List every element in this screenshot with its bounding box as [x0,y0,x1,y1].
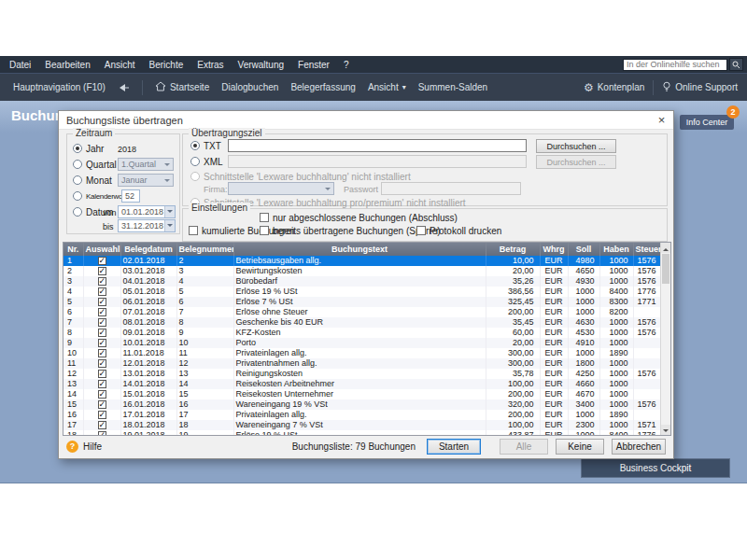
radio-xml[interactable] [190,157,200,166]
row-checkbox[interactable] [98,287,106,296]
menu-item[interactable]: Extras [197,60,223,70]
pin-icon[interactable] [118,83,130,92]
row-checkbox[interactable] [98,339,106,347]
main-content-area: Buchungs Info Center 2 Business Cockpit … [0,101,747,483]
toolbar-item-dialogbuchen[interactable]: Dialogbuchen [221,82,278,92]
starten-button[interactable]: Starten [427,439,481,455]
checkbox-kumulierte[interactable] [189,226,198,235]
checkbox-bereits-uebertragene[interactable] [260,226,269,235]
scrollbar[interactable] [660,243,670,435]
table-row[interactable]: 5 06.01.2018 6 Erlöse 7 % USt 325,45 EUR… [63,297,661,307]
toolbar-item-startseite[interactable]: Startseite [155,81,209,93]
row-checkbox[interactable] [98,380,106,388]
column-header[interactable]: Nr. [63,243,83,256]
cell-betrag: 35,45 [486,317,540,328]
column-header[interactable]: Betrag [486,243,540,256]
checkbox-nur-abgeschlossene[interactable] [260,213,269,222]
table-row[interactable]: 13 14.01.2018 14 Reisekosten Arbeitnehme… [63,379,661,389]
toolbar-item-summen-salden[interactable]: Summen-Salden [418,82,487,92]
toolbar-item-belegerfassung[interactable]: Belegerfassung [290,82,356,92]
radio-kalenderwoche[interactable] [73,191,82,201]
table-row[interactable]: 4 05.01.2018 5 Erlöse 19 % USt 386,56 EU… [63,287,661,297]
datum-von-input[interactable]: 01.01.2018 [118,205,176,218]
radio-quartal[interactable] [73,160,82,169]
table-row[interactable]: 16 17.01.2018 17 Privateinlagen allg. 20… [63,410,661,420]
row-checkbox[interactable] [98,370,106,378]
table-row[interactable]: 3 04.01.2018 4 Bürobedarf 35,26 EUR 4930… [63,276,661,287]
menu-item[interactable]: Verwaltung [238,60,284,70]
close-button[interactable]: × [655,113,669,127]
menu-item[interactable]: Berichte [149,60,184,70]
keine-button[interactable]: Keine [556,439,604,455]
table-row[interactable]: 14 15.01.2018 15 Reisekosten Unternehmer… [63,389,661,399]
radio-datum[interactable] [73,207,82,217]
row-checkbox[interactable] [98,390,106,399]
calendar-drop-icon[interactable] [164,206,175,217]
table-row[interactable]: 15 16.01.2018 16 Wareneingang 19 % VSt 3… [63,399,661,410]
radio-monat[interactable] [73,175,82,185]
table-row[interactable]: 7 08.01.2018 8 Geschenke bis 40 EUR 35,4… [63,317,661,328]
scroll-up-icon[interactable] [661,243,670,253]
table-row[interactable]: 10 11.01.2018 11 Privateinlagen allg. 30… [63,348,661,358]
menu-item[interactable]: Datei [9,60,31,70]
menu-item[interactable]: ? [344,60,349,70]
column-header[interactable]: Buchungstext [233,243,486,256]
kalenderwoche-input[interactable]: 52 [121,189,140,203]
table-row[interactable]: 11 12.01.2018 12 Privatentnahmen allg. 3… [63,358,661,369]
menu-item[interactable]: Bearbeiten [45,60,90,70]
online-support-button[interactable]: Online Support [662,81,738,94]
row-checkbox[interactable] [98,421,106,429]
row-checkbox[interactable] [98,329,106,337]
quartal-select[interactable]: 1.Quartal [118,158,174,171]
column-header[interactable]: Belegnummer [176,243,233,256]
column-header[interactable]: Whrg [540,243,568,256]
radio-jahr[interactable] [73,144,82,153]
row-checkbox[interactable] [98,298,106,306]
cell-auswahl [83,276,120,287]
cell-steuer [633,307,661,317]
column-header[interactable]: Steuer [633,243,661,256]
column-header[interactable]: Haben [599,243,633,256]
kontenplan-button[interactable]: ⚙ Kontenplan [584,82,644,93]
datum-bis-input[interactable]: 31.12.2018 [118,219,176,232]
search-input[interactable] [623,59,727,71]
row-checkbox[interactable] [98,257,106,265]
cell-auswahl [83,420,120,430]
calendar-drop-icon[interactable] [164,220,175,231]
column-header[interactable]: Soll [568,243,599,256]
table-row[interactable]: 6 07.01.2018 7 Erlöse ohne Steuer 200,00… [63,307,661,317]
menu-item[interactable]: Ansicht [105,60,135,70]
column-header[interactable]: Auswahl [83,243,120,256]
table-row[interactable]: 17 18.01.2018 18 Wareneingang 7 % VSt 10… [63,420,661,430]
cell-auswahl [83,348,120,358]
search-button[interactable] [729,58,743,71]
checkbox-protokoll[interactable] [416,226,426,235]
menu-item[interactable]: Fenster [298,60,330,70]
row-checkbox[interactable] [98,308,106,316]
table-row[interactable]: 2 03.01.2018 3 Bewirtungskosten 20,00 EU… [63,266,661,276]
row-checkbox[interactable] [98,267,106,275]
row-checkbox[interactable] [98,400,106,409]
column-header[interactable]: Belegdatum [120,243,176,256]
durchsuchen-button[interactable]: Durchsuchen ... [536,139,616,153]
row-checkbox[interactable] [98,359,106,368]
monat-select[interactable]: Januar [118,174,174,187]
table-row[interactable]: 8 09.01.2018 9 KFZ-Kosten 60,00 EUR 4530… [63,328,661,338]
schnittstelle-standard-label: Schnittstelle 'Lexware buchhaltung' nich… [204,172,411,182]
row-checkbox[interactable] [98,349,106,357]
business-cockpit-bar[interactable]: Business Cockpit [581,458,730,478]
radio-txt[interactable] [190,141,200,150]
hilfe-button[interactable]: ? Hilfe [66,441,102,453]
table-row[interactable]: 12 13.01.2018 13 Reinigungskosten 35,78 … [63,369,661,379]
abbrechen-button[interactable]: Abbrechen [612,439,666,455]
hauptnavigation-button[interactable]: Hauptnavigation (F10) [13,82,106,92]
table-row[interactable]: 1 02.01.2018 2 Betriebsausgaben allg. 10… [63,256,661,266]
info-center-button[interactable]: Info Center [680,115,734,130]
row-checkbox[interactable] [98,318,106,327]
table-row[interactable]: 9 10.01.2018 10 Porto 20,00 EUR 4910 100… [63,338,661,348]
txt-path-input[interactable] [228,139,527,152]
row-checkbox[interactable] [98,411,106,419]
toolbar-item-ansicht[interactable]: Ansicht▾ [368,82,406,92]
scroll-thumb[interactable] [662,254,669,284]
row-checkbox[interactable] [98,277,106,286]
